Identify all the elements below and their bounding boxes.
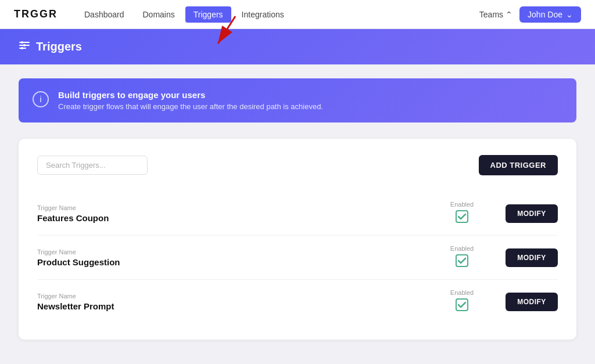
trigger-name-2: Product Suggestion	[37, 257, 442, 267]
info-icon: i	[33, 91, 49, 107]
trigger-info-2: Trigger Name Product Suggestion	[37, 248, 442, 267]
trigger-info-1: Trigger Name Features Coupon	[37, 204, 442, 223]
enabled-section-1: Enabled	[442, 201, 482, 226]
table-row: Trigger Name Features Coupon Enabled MOD…	[37, 192, 558, 236]
logo: TRGGR	[14, 8, 58, 20]
nav-links: Dashboard Domains Triggers Integrations	[76, 6, 479, 23]
modify-button-3[interactable]: MODIFY	[506, 293, 558, 311]
page-header-title: Triggers	[36, 40, 82, 53]
svg-point-6	[23, 44, 26, 46]
nav-right: Teams ⌃ John Doe ⌄	[479, 6, 581, 23]
main-content: i Build triggers to engage your users Cr…	[0, 64, 595, 354]
checkbox-icon-2	[456, 254, 468, 270]
checkbox-icon-3	[456, 298, 468, 314]
enabled-section-3: Enabled	[442, 289, 482, 314]
info-banner-subtitle: Create trigger flows that will engage th…	[58, 102, 323, 111]
user-label: John Doe	[528, 10, 562, 19]
trigger-label-1: Trigger Name	[37, 204, 442, 211]
modify-button-2[interactable]: MODIFY	[506, 248, 558, 267]
nav-link-domains[interactable]: Domains	[135, 6, 183, 23]
info-banner-title: Build triggers to engage your users	[58, 90, 323, 100]
enabled-label-1: Enabled	[450, 201, 474, 208]
user-chevron-icon: ⌄	[566, 10, 573, 19]
page-header: Triggers	[0, 29, 595, 64]
teams-chevron-icon: ⌃	[506, 10, 512, 19]
enabled-section-2: Enabled	[442, 245, 482, 270]
table-row: Trigger Name Newsletter Prompt Enabled M…	[37, 280, 558, 323]
toolbar: ADD TRIGGER	[37, 155, 558, 175]
nav-link-integrations[interactable]: Integrations	[234, 6, 292, 23]
checkbox-icon-1	[456, 210, 468, 226]
table-row: Trigger Name Product Suggestion Enabled …	[37, 236, 558, 280]
info-banner: i Build triggers to engage your users Cr…	[19, 78, 576, 122]
add-trigger-button[interactable]: ADD TRIGGER	[479, 155, 558, 175]
teams-label: Teams	[479, 10, 503, 19]
trigger-name-1: Features Coupon	[37, 213, 442, 223]
search-input[interactable]	[37, 156, 148, 175]
triggers-card: ADD TRIGGER Trigger Name Features Coupon…	[19, 139, 576, 340]
svg-point-5	[21, 41, 23, 44]
nav-link-dashboard[interactable]: Dashboard	[76, 6, 132, 23]
trigger-name-3: Newsletter Prompt	[37, 301, 442, 311]
svg-point-7	[21, 47, 23, 49]
trigger-info-3: Trigger Name Newsletter Prompt	[37, 293, 442, 311]
navbar: TRGGR Dashboard Domains Triggers Integra…	[0, 0, 595, 29]
triggers-header-icon	[19, 39, 30, 54]
info-text: Build triggers to engage your users Crea…	[58, 90, 323, 111]
trigger-label-2: Trigger Name	[37, 248, 442, 255]
trigger-label-3: Trigger Name	[37, 293, 442, 300]
nav-link-triggers[interactable]: Triggers	[185, 6, 231, 23]
enabled-label-3: Enabled	[450, 289, 474, 296]
user-menu-button[interactable]: John Doe ⌄	[519, 6, 581, 23]
enabled-label-2: Enabled	[450, 245, 474, 252]
teams-button[interactable]: Teams ⌃	[479, 10, 512, 19]
modify-button-1[interactable]: MODIFY	[506, 204, 558, 223]
